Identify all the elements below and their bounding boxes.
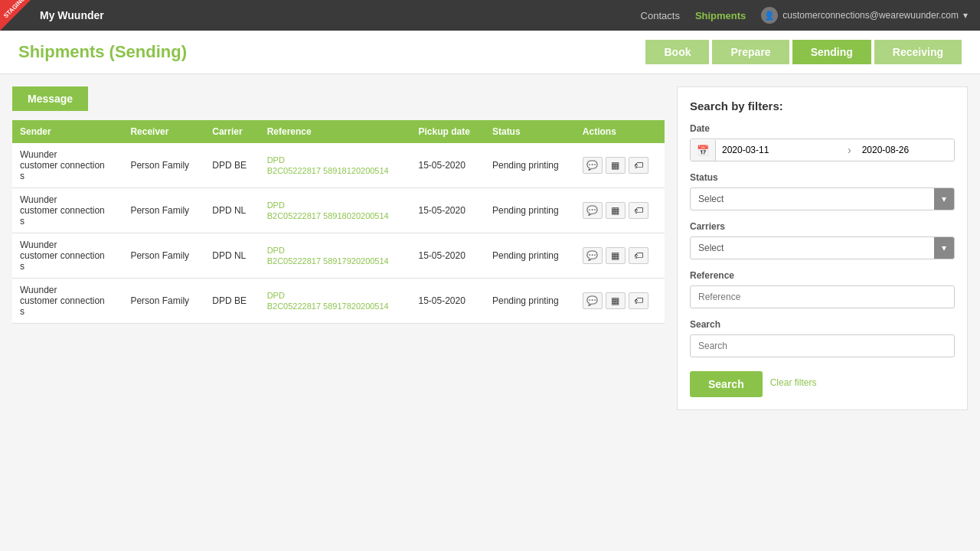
cell-sender: Wuundercustomer connections xyxy=(12,188,122,233)
date-label: Date xyxy=(690,123,955,134)
col-receiver: Receiver xyxy=(122,120,204,143)
reference-input[interactable] xyxy=(690,285,955,308)
cell-pickup-date: 15-05-2020 xyxy=(410,233,485,279)
filters-panel: Search by filters: Date 📅 › ✕ Status Sel… xyxy=(677,86,968,410)
cell-status: Pending printing xyxy=(485,143,575,188)
table-row: Wuundercustomer connections Person Famil… xyxy=(12,233,665,279)
action-icon-label[interactable]: 🏷 xyxy=(629,247,648,264)
main-content: Message Sender Receiver Carrier Referenc… xyxy=(0,74,980,422)
nav-right: Contacts Shipments 👤 customerconnections… xyxy=(641,7,968,24)
cell-carrier: DPD NL xyxy=(204,233,259,279)
cell-status: Pending printing xyxy=(485,188,575,233)
action-icon-chat[interactable]: 💬 xyxy=(583,292,603,309)
cell-receiver: Person Family xyxy=(122,233,204,279)
header-buttons: Book Prepare Sending Receiving xyxy=(645,40,962,64)
prepare-button[interactable]: Prepare xyxy=(712,40,789,64)
col-sender: Sender xyxy=(12,120,122,143)
action-icon-barcode[interactable]: ▦ xyxy=(606,157,626,174)
date-from-input[interactable] xyxy=(716,140,843,160)
nav-link-shipments[interactable]: Shipments xyxy=(695,10,746,21)
action-icon-barcode[interactable]: ▦ xyxy=(606,202,626,219)
date-separator: › xyxy=(843,144,856,156)
page-title: Shipments (Sending) xyxy=(18,42,187,62)
status-select-button[interactable]: ▾ xyxy=(934,188,954,210)
reference-label: Reference xyxy=(690,270,955,281)
cell-receiver: Person Family xyxy=(122,188,204,233)
reference-filter-group: Reference xyxy=(690,270,955,308)
col-carrier: Carrier xyxy=(204,120,259,143)
sending-button[interactable]: Sending xyxy=(792,40,871,64)
message-button[interactable]: Message xyxy=(12,86,88,111)
staging-badge: STAGING xyxy=(0,0,31,31)
cell-actions: 💬 ▦ 🏷 xyxy=(575,233,665,279)
action-icon-label[interactable]: 🏷 xyxy=(629,157,648,174)
cell-pickup-date: 15-05-2020 xyxy=(410,279,485,324)
action-icon-label[interactable]: 🏷 xyxy=(629,202,648,219)
search-actions: Search Clear filters xyxy=(690,368,955,397)
table-header: Sender Receiver Carrier Reference Pickup… xyxy=(12,120,665,143)
status-filter-group: Status Select ▾ xyxy=(690,172,955,210)
action-icon-chat[interactable]: 💬 xyxy=(583,157,603,174)
cell-pickup-date: 15-05-2020 xyxy=(410,143,485,188)
nav-user: 👤 customerconnections@wearewuunder.com ▾ xyxy=(761,7,968,24)
cell-actions: 💬 ▦ 🏷 xyxy=(575,143,665,188)
cell-receiver: Person Family xyxy=(122,279,204,324)
date-filter-group: Date 📅 › ✕ xyxy=(690,123,955,161)
status-select-row: Select ▾ xyxy=(690,187,955,210)
search-button[interactable]: Search xyxy=(690,371,763,397)
carriers-select-row: Select ▾ xyxy=(690,236,955,259)
cell-pickup-date: 15-05-2020 xyxy=(410,188,485,233)
carriers-select-text: Select xyxy=(691,237,934,259)
cell-actions: 💬 ▦ 🏷 xyxy=(575,188,665,233)
carriers-filter-group: Carriers Select ▾ xyxy=(690,221,955,259)
cell-status: Pending printing xyxy=(485,279,575,324)
table-row: Wuundercustomer connections Person Famil… xyxy=(12,143,665,188)
status-select-text: Select xyxy=(691,188,934,210)
nav-left: My Wuunder xyxy=(40,9,104,21)
cell-reference[interactable]: DPDB2C05222817 58918020200514 xyxy=(260,188,411,233)
cell-reference[interactable]: DPDB2C05222817 58918120200514 xyxy=(260,143,411,188)
filter-title: Search by filters: xyxy=(690,99,955,112)
clear-filters-link[interactable]: Clear filters xyxy=(770,377,817,388)
table-row: Wuundercustomer connections Person Famil… xyxy=(12,279,665,324)
cell-sender: Wuundercustomer connections xyxy=(12,143,122,188)
cell-receiver: Person Family xyxy=(122,143,204,188)
cell-reference[interactable]: DPDB2C05222817 58917820200514 xyxy=(260,279,411,324)
action-icon-barcode[interactable]: ▦ xyxy=(606,247,626,264)
carriers-select-button[interactable]: ▾ xyxy=(934,237,954,259)
date-to-input[interactable] xyxy=(856,140,955,160)
book-button[interactable]: Book xyxy=(645,40,709,64)
action-icon-chat[interactable]: 💬 xyxy=(583,202,603,219)
search-label: Search xyxy=(690,319,955,330)
shipments-table: Sender Receiver Carrier Reference Pickup… xyxy=(12,120,665,324)
cell-status: Pending printing xyxy=(485,233,575,279)
cell-sender: Wuundercustomer connections xyxy=(12,233,122,279)
page-header: Shipments (Sending) Book Prepare Sending… xyxy=(0,31,980,74)
cell-carrier: DPD BE xyxy=(204,143,259,188)
user-icon: 👤 xyxy=(761,7,778,24)
col-status: Status xyxy=(485,120,575,143)
col-actions: Actions xyxy=(575,120,665,143)
col-pickup-date: Pickup date xyxy=(410,120,485,143)
cell-reference[interactable]: DPDB2C05222817 58917920200514 xyxy=(260,233,411,279)
carriers-label: Carriers xyxy=(690,221,955,232)
cell-carrier: DPD BE xyxy=(204,279,259,324)
nav-link-contacts[interactable]: Contacts xyxy=(641,10,680,21)
search-input[interactable] xyxy=(690,334,955,357)
action-icon-chat[interactable]: 💬 xyxy=(583,247,603,264)
action-icon-barcode[interactable]: ▦ xyxy=(606,292,626,309)
cell-actions: 💬 ▦ 🏷 xyxy=(575,279,665,324)
calendar-icon: 📅 xyxy=(691,140,716,161)
table-body: Wuundercustomer connections Person Famil… xyxy=(12,143,665,324)
left-panel: Message Sender Receiver Carrier Referenc… xyxy=(12,86,665,410)
receiving-button[interactable]: Receiving xyxy=(874,40,962,64)
status-label: Status xyxy=(690,172,955,183)
table-row: Wuundercustomer connections Person Famil… xyxy=(12,188,665,233)
cell-carrier: DPD NL xyxy=(204,188,259,233)
col-reference: Reference xyxy=(260,120,411,143)
user-dropdown-icon[interactable]: ▾ xyxy=(963,10,968,21)
action-icon-label[interactable]: 🏷 xyxy=(629,292,648,309)
cell-sender: Wuundercustomer connections xyxy=(12,279,122,324)
top-navigation: STAGING My Wuunder Contacts Shipments 👤 … xyxy=(0,0,980,31)
date-range-row: 📅 › ✕ xyxy=(690,139,955,161)
